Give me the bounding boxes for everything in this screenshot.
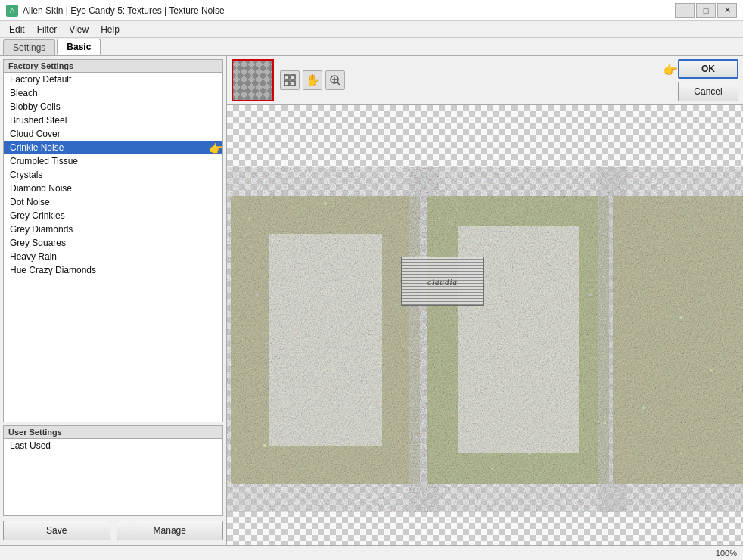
zoom-in-button[interactable]: [325, 70, 345, 90]
svg-point-28: [620, 241, 622, 243]
list-item[interactable]: Heavy Rain: [4, 250, 222, 263]
zoom-in-icon: [329, 74, 341, 86]
svg-rect-0: [284, 75, 289, 79]
preset-group-label: Factory Settings: [4, 60, 222, 73]
svg-point-31: [710, 369, 713, 372]
svg-point-18: [256, 293, 259, 296]
svg-point-37: [453, 415, 455, 417]
svg-rect-12: [613, 196, 743, 484]
svg-rect-9: [269, 234, 382, 446]
list-item[interactable]: Cloud Cover: [4, 127, 222, 141]
zoom-fit-button[interactable]: [280, 70, 300, 90]
svg-point-27: [589, 293, 592, 296]
window-title: Alien Skin | Eye Candy 5: Textures | Tex…: [23, 5, 225, 16]
svg-point-44: [718, 430, 720, 431]
list-item[interactable]: Diamond Noise: [4, 182, 222, 195]
svg-point-32: [263, 444, 266, 447]
preview-thumbnail: [232, 59, 274, 101]
zoom-level: 100%: [716, 549, 737, 558]
pan-button[interactable]: ✋: [303, 70, 322, 90]
ok-button[interactable]: 👉 OK: [678, 59, 738, 79]
svg-point-23: [438, 218, 440, 219]
svg-point-20: [332, 369, 334, 371]
ok-pointer-icon: 👉: [663, 63, 678, 77]
right-panel-wrapper: 👉 OK Cancel ✋: [227, 56, 743, 545]
svg-rect-2: [284, 81, 289, 86]
list-item[interactable]: Hue Crazy Diamonds: [4, 263, 222, 277]
app-icon: A: [6, 5, 18, 17]
tab-bar: Settings Basic: [0, 38, 743, 56]
pan-icon: ✋: [306, 73, 320, 87]
svg-point-36: [415, 437, 418, 440]
svg-point-38: [491, 468, 493, 469]
left-panel: Factory Settings Factory Default Bleach …: [0, 56, 227, 545]
svg-rect-3: [291, 81, 295, 86]
svg-point-13: [249, 218, 251, 220]
menu-view[interactable]: View: [63, 23, 95, 36]
svg-rect-1: [291, 75, 295, 79]
tab-settings[interactable]: Settings: [3, 39, 55, 55]
list-item[interactable]: Factory Default: [4, 73, 222, 86]
preset-list: Factory Default Bleach Blobby Cells Brus…: [4, 73, 222, 277]
list-item-selected[interactable]: Crinkle Noise 👉: [4, 141, 222, 154]
zoom-fit-icon: [284, 74, 296, 86]
thumbnail-inner: [233, 61, 272, 100]
list-item[interactable]: Grey Crinkles: [4, 209, 222, 222]
svg-point-25: [514, 203, 516, 205]
svg-point-21: [369, 406, 372, 409]
svg-point-14: [287, 241, 288, 242]
pointer-icon: 👉: [209, 142, 222, 156]
manage-button[interactable]: Manage: [117, 521, 224, 540]
svg-point-39: [528, 452, 531, 455]
tab-basic[interactable]: Basic: [57, 39, 101, 55]
menu-help[interactable]: Help: [95, 23, 126, 36]
svg-point-35: [378, 453, 379, 454]
cancel-button[interactable]: Cancel: [678, 82, 738, 101]
svg-point-29: [650, 271, 651, 272]
svg-point-33: [302, 468, 303, 469]
svg-point-34: [340, 430, 342, 432]
svg-point-43: [680, 453, 682, 455]
preview-svg: [227, 105, 743, 545]
svg-point-16: [378, 226, 380, 228]
menu-bar: Edit Filter View Help: [0, 21, 743, 38]
list-item[interactable]: Grey Diamonds: [4, 222, 222, 236]
list-item[interactable]: Crystals: [4, 168, 222, 182]
svg-point-30: [679, 316, 682, 319]
window-controls: ─ □ ✕: [675, 3, 737, 18]
svg-point-19: [294, 331, 297, 334]
list-item[interactable]: Crumpled Tissue: [4, 154, 222, 168]
minimize-button[interactable]: ─: [675, 3, 695, 18]
ok-cancel-area: 👉 OK Cancel: [678, 59, 738, 101]
list-item-last-used[interactable]: Last Used: [4, 439, 222, 453]
svg-point-24: [475, 240, 478, 243]
svg-point-40: [567, 437, 569, 440]
user-settings-list: Last Used: [4, 439, 222, 453]
svg-point-42: [642, 406, 645, 409]
svg-point-15: [324, 202, 327, 205]
list-item[interactable]: Blobby Cells: [4, 100, 222, 114]
close-button[interactable]: ✕: [717, 3, 737, 18]
preset-list-container[interactable]: Factory Settings Factory Default Bleach …: [4, 60, 222, 422]
title-bar: A Alien Skin | Eye Candy 5: Textures | T…: [0, 0, 743, 21]
preset-section: Factory Settings Factory Default Bleach …: [3, 59, 223, 422]
svg-point-41: [605, 422, 606, 424]
list-item[interactable]: Grey Squares: [4, 236, 222, 250]
svg-line-5: [337, 82, 340, 86]
bottom-buttons: Save Manage: [3, 519, 223, 542]
preview-canvas: claudia: [227, 105, 743, 545]
menu-filter[interactable]: Filter: [31, 23, 64, 36]
list-item[interactable]: Brushed Steel: [4, 114, 222, 127]
list-item[interactable]: Dot Noise: [4, 195, 222, 209]
status-bar: 100%: [0, 545, 743, 560]
maximize-button[interactable]: □: [696, 3, 716, 18]
list-item[interactable]: Bleach: [4, 86, 222, 100]
save-button[interactable]: Save: [3, 521, 110, 540]
user-settings-label: User Settings: [4, 426, 222, 439]
watermark-thumbnail: claudia: [401, 257, 484, 306]
menu-edit[interactable]: Edit: [3, 23, 31, 36]
svg-point-22: [408, 347, 410, 349]
main-content: Factory Settings Factory Default Bleach …: [0, 56, 743, 545]
user-settings-section: User Settings Last Used: [3, 425, 223, 516]
svg-point-26: [552, 256, 553, 257]
